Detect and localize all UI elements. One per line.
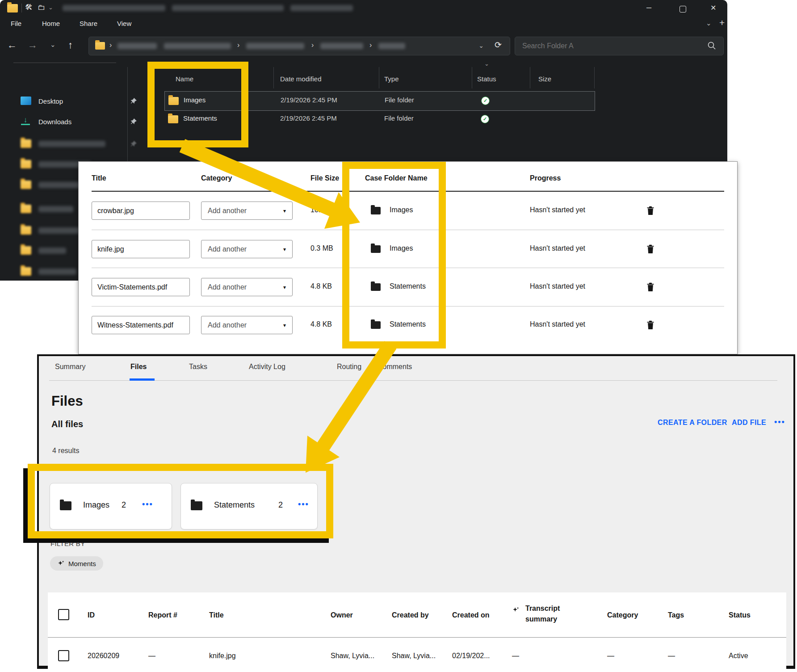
search-box[interactable] xyxy=(515,37,724,55)
sidebar-item-downloads[interactable]: Downloads xyxy=(38,118,71,126)
sidebar-item-redacted-folder-icon[interactable] xyxy=(21,139,31,148)
tab-activity-log[interactable]: Activity Log xyxy=(249,363,285,371)
table-header-rule xyxy=(48,637,786,638)
refresh-icon[interactable]: ⟳ xyxy=(495,41,502,49)
title-input[interactable] xyxy=(92,278,190,296)
sidebar-item-redacted[interactable] xyxy=(38,206,73,212)
highlight-box-explorer-name-column xyxy=(147,62,248,147)
column-divider[interactable] xyxy=(472,67,472,88)
menu-share[interactable]: Share xyxy=(80,20,97,27)
col-transcript-line1[interactable]: Transcript xyxy=(525,605,560,613)
pin-icon[interactable] xyxy=(130,118,137,125)
file-type: File folder xyxy=(385,96,414,104)
new-tab-icon[interactable]: + xyxy=(719,18,725,27)
moments-filter-chip[interactable]: Moments xyxy=(50,556,103,571)
tab-comments[interactable]: Comments xyxy=(378,363,412,371)
trash-icon[interactable] xyxy=(646,205,655,216)
breadcrumb-segment-redacted[interactable] xyxy=(117,43,157,49)
menu-view[interactable]: View xyxy=(117,20,131,27)
window-title-redacted xyxy=(172,5,284,11)
column-divider[interactable] xyxy=(594,67,595,88)
search-icon[interactable] xyxy=(707,41,716,50)
tab-tasks[interactable]: Tasks xyxy=(189,363,207,371)
column-divider[interactable] xyxy=(379,67,379,88)
category-dropdown[interactable]: Add another ▾ xyxy=(201,278,293,296)
category-dropdown[interactable]: Add another ▾ xyxy=(201,240,293,258)
moments-chip-label: Moments xyxy=(68,560,96,567)
tab-files[interactable]: Files xyxy=(130,363,147,371)
sidebar-item-redacted[interactable] xyxy=(38,248,66,254)
col-transcript-line2[interactable]: summary xyxy=(525,615,557,623)
breadcrumb-segment-redacted[interactable] xyxy=(320,43,363,49)
sidebar-item-redacted-folder-icon[interactable] xyxy=(21,205,31,213)
trash-icon[interactable] xyxy=(646,281,655,292)
recent-locations-chevron-icon[interactable]: ⌄ xyxy=(50,41,56,48)
col-tags[interactable]: Tags xyxy=(668,611,684,619)
category-dropdown[interactable]: Add another ▾ xyxy=(201,316,293,334)
category-dropdown-label: Add another xyxy=(208,207,247,215)
breadcrumb-segment-redacted[interactable] xyxy=(378,43,405,49)
breadcrumb-segment-redacted[interactable] xyxy=(246,43,304,49)
col-id[interactable]: ID xyxy=(88,611,95,619)
col-created-by[interactable]: Created by xyxy=(392,611,429,619)
trash-icon[interactable] xyxy=(646,244,655,254)
new-folder-icon[interactable]: 🗀 xyxy=(38,4,45,11)
menu-file[interactable]: File xyxy=(11,20,21,27)
category-dropdown-label: Add another xyxy=(208,283,247,291)
column-header-type[interactable]: Type xyxy=(384,75,399,83)
pin-icon[interactable] xyxy=(130,97,137,104)
cell-title-link[interactable]: knife.jpg xyxy=(209,652,236,660)
address-chevron-icon[interactable]: ⌄ xyxy=(478,42,484,49)
sidebar-item-redacted-folder-icon[interactable] xyxy=(21,226,31,235)
col-title[interactable]: Title xyxy=(209,611,224,619)
titlebar-chevron-icon[interactable]: ⌄ xyxy=(48,4,53,10)
back-icon[interactable]: ← xyxy=(7,40,17,50)
tab-routing[interactable]: Routing xyxy=(337,363,361,371)
breadcrumb-segment-redacted[interactable] xyxy=(164,43,231,49)
col-category[interactable]: Category xyxy=(607,611,638,619)
breadcrumb-separator: › xyxy=(369,41,372,49)
column-header-status[interactable]: Status xyxy=(477,75,496,83)
sort-chevron-icon: ⌄ xyxy=(484,61,489,67)
title-input[interactable] xyxy=(92,240,190,258)
select-all-checkbox[interactable] xyxy=(58,609,69,620)
tab-summary[interactable]: Summary xyxy=(55,363,85,371)
category-dropdown[interactable]: Add another ▾ xyxy=(201,202,293,220)
sidebar-item-redacted[interactable] xyxy=(38,141,105,147)
sparkle-icon xyxy=(512,606,520,614)
column-header-size[interactable]: Size xyxy=(538,75,551,83)
col-status[interactable]: Status xyxy=(729,611,751,619)
up-icon[interactable]: ↑ xyxy=(68,40,73,50)
ribbon-chevron-icon[interactable]: ⌄ xyxy=(706,20,712,26)
title-input[interactable] xyxy=(92,316,190,334)
upload-col-file-size: File Size xyxy=(310,174,339,182)
maximize-icon[interactable] xyxy=(680,6,686,13)
column-divider[interactable] xyxy=(530,67,530,88)
add-file-button[interactable]: ADD FILE xyxy=(732,419,766,427)
sidebar-item-redacted[interactable] xyxy=(38,269,76,275)
menu-home[interactable]: Home xyxy=(42,20,60,27)
search-input[interactable] xyxy=(521,40,693,52)
sidebar-item-desktop[interactable]: Desktop xyxy=(38,97,63,105)
address-bar[interactable]: › › › › ⌄ ⟳ xyxy=(88,37,510,55)
column-header-date-modified[interactable]: Date modified xyxy=(280,75,322,83)
trash-icon[interactable] xyxy=(646,319,655,330)
sidebar-item-redacted-folder-icon[interactable] xyxy=(21,160,31,168)
col-report[interactable]: Report # xyxy=(148,611,177,619)
title-input[interactable] xyxy=(92,202,190,220)
column-divider[interactable] xyxy=(273,67,274,88)
overflow-menu-icon[interactable]: ••• xyxy=(774,417,785,427)
forward-icon[interactable]: → xyxy=(28,40,38,50)
col-created-on[interactable]: Created on xyxy=(452,611,490,619)
minimize-icon[interactable]: – xyxy=(646,3,651,12)
sidebar-item-redacted-folder-icon[interactable] xyxy=(21,246,31,255)
create-a-folder-button[interactable]: CREATE A FOLDER xyxy=(658,419,727,427)
sidebar-item-redacted-folder-icon[interactable] xyxy=(21,267,31,276)
customize-icon[interactable]: 🛠 xyxy=(25,4,33,11)
col-owner[interactable]: Owner xyxy=(331,611,353,619)
close-icon[interactable]: ✕ xyxy=(710,4,716,12)
upload-col-title: Title xyxy=(92,174,106,182)
row-checkbox[interactable] xyxy=(58,650,69,661)
sidebar-item-redacted-folder-icon[interactable] xyxy=(21,181,31,189)
file-size-value: 4.8 KB xyxy=(310,282,332,290)
